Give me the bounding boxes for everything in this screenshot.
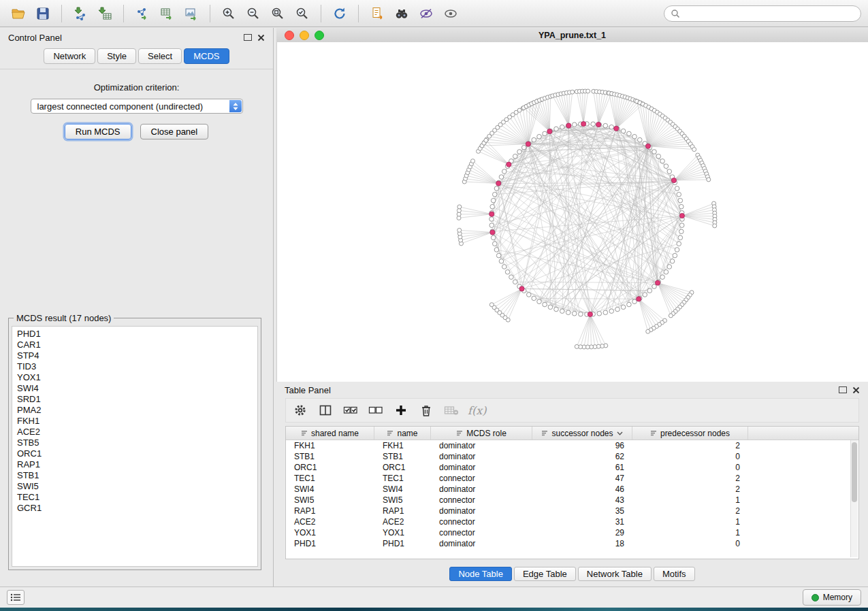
network-node[interactable]: [621, 305, 626, 310]
find-button[interactable]: [390, 3, 413, 24]
network-node[interactable]: [660, 159, 665, 163]
tab-network[interactable]: Network: [44, 48, 95, 64]
network-leaf-node[interactable]: [586, 89, 590, 93]
network-node[interactable]: [499, 259, 504, 264]
network-leaf-node[interactable]: [470, 159, 475, 163]
column-header-shared-name[interactable]: shared name: [286, 427, 374, 440]
network-node[interactable]: [675, 248, 679, 252]
network-node[interactable]: [499, 175, 504, 180]
tab-motifs[interactable]: Motifs: [654, 567, 695, 581]
network-node[interactable]: [603, 310, 608, 315]
maximize-window-icon[interactable]: [315, 31, 324, 40]
network-node[interactable]: [679, 229, 684, 234]
network-node[interactable]: [494, 186, 499, 191]
network-node[interactable]: [664, 164, 669, 169]
tab-mcds[interactable]: MCDS: [184, 48, 229, 64]
network-hub-node-ORC1[interactable]: [588, 312, 592, 316]
table-row[interactable]: ORC1ORC1dominator610: [286, 462, 858, 473]
dropdown-stepper[interactable]: [229, 100, 242, 112]
network-node[interactable]: [627, 302, 632, 307]
network-node[interactable]: [679, 204, 684, 209]
network-hub-node-ACE2[interactable]: [655, 280, 660, 285]
show-all-button[interactable]: [439, 3, 462, 24]
mcds-result-item[interactable]: STP4: [17, 350, 253, 361]
network-hub-node-STB5[interactable]: [637, 297, 641, 301]
mcds-result-item[interactable]: STB5: [17, 437, 253, 448]
network-node[interactable]: [615, 307, 620, 312]
network-node[interactable]: [502, 169, 507, 174]
network-node[interactable]: [637, 137, 642, 142]
network-node[interactable]: [667, 169, 672, 174]
refresh-layout-button[interactable]: [328, 3, 351, 24]
network-node[interactable]: [532, 296, 536, 301]
criterion-dropdown[interactable]: largest connected component (undirected): [31, 99, 243, 114]
network-titlebar[interactable]: YPA_prune.txt_1: [276, 28, 868, 43]
network-hub-node-YOX1[interactable]: [596, 122, 600, 127]
delete-column-button[interactable]: [416, 401, 436, 420]
network-node[interactable]: [673, 253, 677, 258]
network-node[interactable]: [505, 269, 510, 274]
chevron-down-icon[interactable]: [617, 431, 623, 435]
network-node[interactable]: [513, 154, 517, 159]
network-node[interactable]: [554, 127, 559, 131]
network-node[interactable]: [509, 275, 514, 280]
hide-unselected-button[interactable]: [415, 3, 438, 24]
network-node[interactable]: [537, 134, 542, 139]
network-node[interactable]: [490, 204, 495, 209]
table-row[interactable]: RAP1RAP1dominator352: [286, 506, 858, 516]
close-panel-icon[interactable]: [852, 386, 860, 394]
tab-style[interactable]: Style: [97, 48, 136, 64]
network-canvas[interactable]: [276, 42, 868, 382]
network-hub-node-PMA2[interactable]: [671, 178, 676, 182]
deselect-all-rows-button[interactable]: [366, 401, 386, 420]
table-row[interactable]: FKH1FKH1dominator962: [286, 440, 858, 451]
import-network-button[interactable]: [69, 3, 92, 24]
mcds-result-item[interactable]: SRD1: [17, 394, 253, 405]
network-hub-node-SWI5[interactable]: [489, 212, 494, 216]
add-column-button[interactable]: [391, 401, 411, 420]
network-leaf-node[interactable]: [575, 344, 579, 348]
float-panel-icon[interactable]: [244, 34, 252, 41]
mcds-result-item[interactable]: FKH1: [17, 416, 253, 427]
network-node[interactable]: [656, 154, 661, 159]
zoom-in-button[interactable]: [217, 3, 240, 24]
mcds-result-item[interactable]: TID3: [17, 361, 253, 372]
mcds-result-item[interactable]: YOX1: [17, 372, 253, 383]
column-header-MCDS-role[interactable]: MCDS role: [431, 427, 532, 440]
zoom-out-button[interactable]: [242, 3, 265, 24]
network-leaf-node[interactable]: [484, 138, 488, 142]
network-node[interactable]: [678, 198, 683, 203]
network-node[interactable]: [632, 299, 637, 304]
tab-network-table[interactable]: Network Table: [578, 567, 652, 581]
close-panel-icon[interactable]: [257, 34, 265, 42]
export-image-button[interactable]: [180, 3, 203, 24]
export-network-button[interactable]: [131, 3, 154, 24]
mcds-result-item[interactable]: SWI5: [17, 481, 253, 492]
task-history-button[interactable]: [7, 590, 25, 605]
network-node[interactable]: [627, 131, 632, 136]
close-panel-button[interactable]: Close panel: [140, 124, 209, 139]
network-node[interactable]: [554, 307, 559, 312]
network-node[interactable]: [492, 192, 497, 197]
network-node[interactable]: [543, 302, 547, 307]
network-hub-node-TEC1[interactable]: [496, 181, 501, 186]
mcds-result-item[interactable]: RAP1: [17, 459, 253, 470]
show-columns-button[interactable]: [315, 401, 336, 420]
mcds-result-item[interactable]: GCR1: [17, 503, 253, 514]
network-node[interactable]: [560, 309, 564, 314]
network-leaf-node[interactable]: [570, 90, 575, 94]
network-hub-node-CAR1[interactable]: [547, 129, 552, 134]
mcds-result-item[interactable]: PHD1: [17, 329, 253, 340]
network-node[interactable]: [491, 198, 496, 203]
network-leaf-node[interactable]: [692, 148, 696, 152]
export-table-button[interactable]: [155, 3, 178, 24]
network-leaf-node[interactable]: [457, 205, 462, 209]
mcds-result-item[interactable]: SWI4: [17, 383, 253, 394]
network-hub-node-RAP1[interactable]: [519, 286, 524, 291]
network-node[interactable]: [526, 293, 531, 297]
zoom-fit-button[interactable]: [266, 3, 289, 24]
mcds-result-item[interactable]: CAR1: [17, 340, 253, 350]
network-node[interactable]: [647, 288, 652, 293]
network-leaf-node[interactable]: [707, 178, 711, 182]
network-node[interactable]: [609, 125, 614, 129]
